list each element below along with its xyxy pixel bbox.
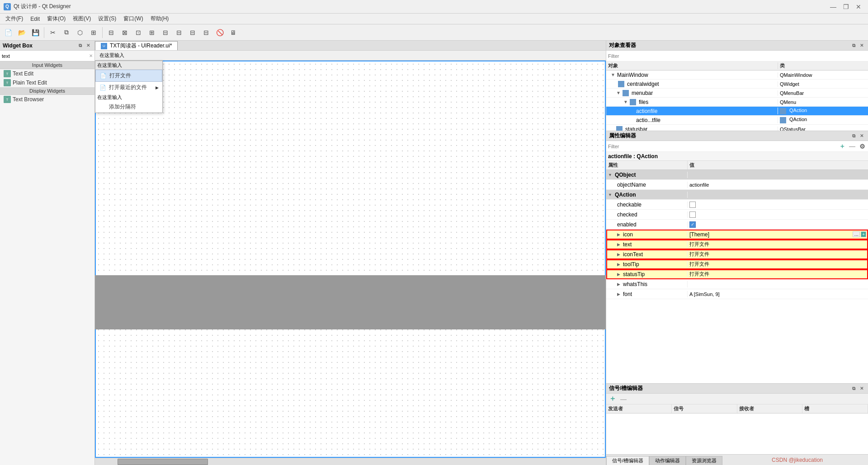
dropdown-input-top[interactable] [97,63,160,68]
checkable-checkbox[interactable] [689,202,696,208]
prop-row-icontext[interactable]: ▶ iconText 打开文件 [606,249,868,259]
tb-copy[interactable]: ⧉ [60,26,73,39]
prop-row-objectname[interactable]: objectName actionfile [606,180,868,190]
obj-filter-input[interactable] [608,53,866,59]
canvas-scrollbar-h[interactable] [95,458,606,465]
tb-layout3[interactable]: ⊡ [132,26,145,39]
menu-form[interactable]: 窗体(O) [43,14,69,23]
prop-editor-close[interactable]: ✕ [858,132,865,140]
tooltip-expand[interactable]: ▶ [617,262,620,267]
tb-layout4[interactable]: ⊞ [146,26,158,39]
font-expand[interactable]: ▶ [617,292,620,296]
prop-row-checkable[interactable]: checkable [606,200,868,210]
app-icon: Q [4,3,11,10]
tree-row-actiontfile[interactable]: actio...tfile QAction [606,116,868,125]
prop-row-checked[interactable]: checked [606,210,868,220]
prop-minus-btn[interactable]: — [848,142,856,150]
statustip-expand[interactable]: ▶ [617,272,620,277]
prop-row-text[interactable]: ▶ text 打开文件 [606,240,868,249]
dropdown-item-open-file[interactable]: 📄 打开文件 [95,70,162,82]
canvas-tab-bar: U TXT阅读器 - UIReader.ui* [95,41,606,51]
search-clear-icon[interactable]: ✕ [89,53,93,58]
prop-row-whatsthis[interactable]: ▶ whatsThis [606,279,868,289]
whatsthis-expand[interactable]: ▶ [617,282,620,287]
prop-row-tooltip[interactable]: ▶ toolTip 打开文件 [606,259,868,269]
prop-row-icon[interactable]: ▶ icon [Theme] … + [606,230,868,240]
maximize-button[interactable]: ❐ [840,2,852,12]
canvas-tab-icon: U [101,43,107,49]
tb-layout7[interactable]: ⊟ [186,26,199,39]
tab-action-editor[interactable]: 动作编辑器 [649,456,686,465]
tb-layout8[interactable]: ⊟ [200,26,212,39]
scrollbar-thumb[interactable] [118,459,208,465]
prop-editor-float[interactable]: ⧉ [850,132,857,140]
signal-add-btn[interactable]: ＋ [608,395,617,404]
design-canvas[interactable] [95,61,606,458]
obj-inspector-float[interactable]: ⧉ [850,42,857,49]
icon-expand[interactable]: ▶ [617,232,620,237]
signal-remove-btn[interactable]: — [619,395,628,404]
menu-help[interactable]: 帮助(H) [147,14,173,23]
tb-new[interactable]: 📄 [2,26,14,39]
tree-row-statusbar[interactable]: statusbar QStatusBar [606,125,868,131]
tab-resource-browser[interactable]: 资源浏览器 [686,456,722,465]
tb-preview[interactable]: 🖥 [227,26,240,39]
tb-btn3[interactable]: ⬡ [74,26,86,39]
tree-header: 对象 类 [606,61,868,70]
tb-save[interactable]: 💾 [29,26,42,39]
signal-editor-close[interactable]: ✕ [858,385,865,392]
tb-break[interactable]: 🚫 [213,26,226,39]
icon-edit-btn[interactable]: … [853,231,860,237]
prop-add-btn[interactable]: ＋ [838,142,846,150]
minimize-button[interactable]: — [827,2,839,12]
enabled-checkbox[interactable]: ✓ [689,221,696,228]
widget-box-close[interactable]: ✕ [85,42,92,49]
widget-item-text-browser[interactable]: T Text Browser [0,95,94,104]
prop-filter-input[interactable] [608,144,836,149]
canvas-menu-input[interactable]: 在这里输入 [97,51,127,60]
widget-item-text-edit[interactable]: T Text Edit [0,69,94,78]
dropdown-label-open-file: 打开文件 [109,72,131,80]
prop-row-statustip[interactable]: ▶ statusTip 打开文件 [606,269,868,279]
arrow-files: ▼ [623,99,628,104]
prop-row-enabled[interactable]: enabled ✓ [606,220,868,230]
icon-add-btn[interactable]: + [861,231,866,237]
close-button[interactable]: ✕ [853,2,864,12]
dropdown-item-separator[interactable]: 添加分隔符 [95,101,162,113]
signal-editor-float[interactable]: ⧉ [850,385,857,392]
checked-label: checked [617,211,637,218]
tb-open[interactable]: 📂 [15,26,28,39]
menu-view[interactable]: 视图(V) [69,14,94,23]
widget-item-plain-text-edit[interactable]: T Plain Text Edit [0,78,94,87]
obj-inspector-close[interactable]: ✕ [858,42,865,49]
tree-row-menubar[interactable]: ▼ menubar QMenuBar [606,89,868,98]
tab-signal-slot[interactable]: 信号/槽编辑器 [606,456,649,465]
tree-row-mainwindow[interactable]: ▼ MainWindow QMainWindow [606,70,868,80]
menu-window[interactable]: 窗口(W) [120,14,146,23]
canvas-gray-area [95,275,606,329]
prop-row-font[interactable]: ▶ font A [SimSun, 9] [606,289,868,299]
tree-row-actionfile[interactable]: actionfile QAction [606,107,868,116]
menu-file[interactable]: 文件(F) [2,14,27,23]
tb-btn4[interactable]: ⊞ [87,26,100,39]
widget-box-float[interactable]: ⧉ [76,42,84,49]
prop-settings-btn[interactable]: ⚙ [858,142,866,150]
icontext-expand[interactable]: ▶ [617,252,620,257]
tb-layout6[interactable]: ⊟ [173,26,185,39]
checked-checkbox[interactable] [689,211,696,218]
tree-row-centralwidget[interactable]: centralwidget QWidget [606,80,868,89]
tb-layout5[interactable]: ⊟ [159,26,172,39]
tb-layout2[interactable]: ⊠ [118,26,131,39]
tb-layout1[interactable]: ⊟ [105,26,118,39]
tree-row-files[interactable]: ▼ files QMenu [606,98,868,107]
dropdown-input-middle[interactable] [97,95,160,100]
qaction-expand[interactable]: ▼ [608,193,612,197]
menu-edit[interactable]: Edit [27,15,43,23]
qobject-expand[interactable]: ▼ [608,173,612,177]
menu-settings[interactable]: 设置(S) [94,14,120,23]
tb-cut[interactable]: ✂ [47,26,59,39]
text-expand[interactable]: ▶ [617,242,620,247]
canvas-tab[interactable]: U TXT阅读器 - UIReader.ui* [95,41,178,50]
dropdown-item-recent[interactable]: 📄 打开最近的文件 ▶ [95,82,162,93]
widget-search-input[interactable] [2,53,87,59]
